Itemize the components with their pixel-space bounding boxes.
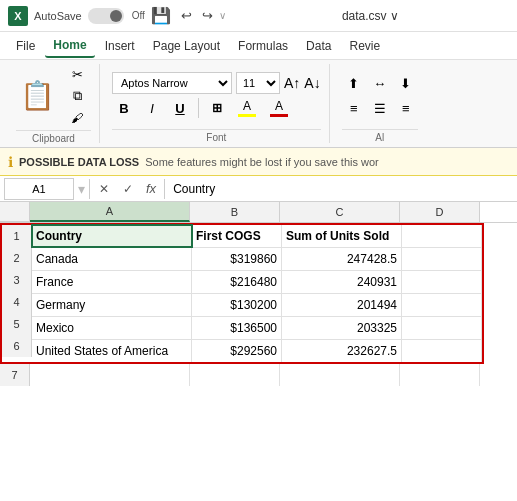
col-header-b[interactable]: B <box>190 202 280 222</box>
autosave-toggle[interactable] <box>88 8 124 24</box>
paste-button[interactable]: 📋 <box>16 78 59 114</box>
cancel-formula-button[interactable]: ✕ <box>94 179 114 199</box>
highlight-color-button[interactable]: A <box>233 97 261 119</box>
increase-font-icon[interactable]: A↑ <box>284 75 300 91</box>
cell-a7[interactable] <box>30 364 190 386</box>
align-bottom-button[interactable]: ⬇ <box>394 72 418 94</box>
formula-bar: ▾ ✕ ✓ fx <box>0 176 517 202</box>
cell-a1[interactable]: Country <box>32 225 192 247</box>
align-left-button[interactable]: ≡ <box>342 97 366 119</box>
cut-button[interactable]: ✂ <box>63 64 91 84</box>
confirm-formula-button[interactable]: ✓ <box>118 179 138 199</box>
row-header-3[interactable]: 3 <box>2 269 32 291</box>
align-middle-button[interactable]: ↔ <box>368 72 392 94</box>
cell-ref-dropdown[interactable]: ▾ <box>78 181 85 197</box>
cell-d1[interactable] <box>402 225 482 247</box>
bold-button[interactable]: B <box>112 97 136 119</box>
row-header-7[interactable]: 7 <box>0 364 30 386</box>
cell-c2[interactable]: 247428.5 <box>282 248 402 270</box>
table-row: United States of America $292560 232627.… <box>32 340 482 362</box>
cell-c1[interactable]: Sum of Units Sold <box>282 225 402 247</box>
cell-b7[interactable] <box>190 364 280 386</box>
row-header-1[interactable]: 1 <box>2 225 32 247</box>
ribbon: 📋 ✂ ⧉ 🖌 Clipboard Aptos Narrow 11 A <box>0 60 517 148</box>
toggle-text: Off <box>132 10 145 21</box>
col-header-d[interactable]: D <box>400 202 480 222</box>
menu-data[interactable]: Data <box>298 35 339 57</box>
menu-insert[interactable]: Insert <box>97 35 143 57</box>
col-header-c[interactable]: C <box>280 202 400 222</box>
align-top-button[interactable]: ⬆ <box>342 72 366 94</box>
save-icon[interactable]: 💾 <box>151 6 171 25</box>
cell-b5[interactable]: $136500 <box>192 317 282 339</box>
column-headers: A B C D <box>0 202 517 223</box>
cell-reference-input[interactable] <box>4 178 74 200</box>
cell-a3[interactable]: France <box>32 271 192 293</box>
font-controls: Aptos Narrow 11 A↑ A↓ B I U ⊞ A <box>112 72 321 119</box>
cell-d4[interactable] <box>402 294 482 316</box>
toggle-knob <box>110 10 122 22</box>
alignment-group: ⬆ ↔ ⬇ ≡ ☰ ≡ Al <box>334 64 426 143</box>
formula-input[interactable] <box>169 178 513 200</box>
table-row: France $216480 240931 <box>32 271 482 294</box>
undo-dropdown-icon[interactable]: ∨ <box>219 10 226 21</box>
cell-a6[interactable]: United States of America <box>32 340 192 362</box>
fx-label: fx <box>142 181 160 196</box>
spreadsheet: A B C D 123456 Country First COGS Sum of… <box>0 202 517 386</box>
decrease-font-icon[interactable]: A↓ <box>304 75 320 91</box>
clipboard-small-buttons: ✂ ⧉ 🖌 <box>63 64 91 128</box>
cell-b3[interactable]: $216480 <box>192 271 282 293</box>
clipboard-label: Clipboard <box>16 130 91 144</box>
cell-c3[interactable]: 240931 <box>282 271 402 293</box>
cell-b6[interactable]: $292560 <box>192 340 282 362</box>
align-center-button[interactable]: ☰ <box>368 97 392 119</box>
cell-b4[interactable]: $130200 <box>192 294 282 316</box>
menu-file[interactable]: File <box>8 35 43 57</box>
format-painter-button[interactable]: 🖌 <box>63 108 91 128</box>
row-header-5[interactable]: 5 <box>2 313 32 335</box>
align-right-button[interactable]: ≡ <box>394 97 418 119</box>
cell-b1[interactable]: First COGS <box>192 225 282 247</box>
row-headers-col: 123456 <box>2 225 32 362</box>
menu-review[interactable]: Revie <box>341 35 388 57</box>
row-header-2[interactable]: 2 <box>2 247 32 269</box>
menu-home[interactable]: Home <box>45 34 94 58</box>
menu-formulas[interactable]: Formulas <box>230 35 296 57</box>
undo-icon[interactable]: ↩ <box>181 8 192 23</box>
row-header-6[interactable]: 6 <box>2 335 32 357</box>
font-family-dropdown[interactable]: Aptos Narrow <box>112 72 232 94</box>
font-label: Font <box>112 129 321 143</box>
cell-c5[interactable]: 203325 <box>282 317 402 339</box>
cell-b2[interactable]: $319860 <box>192 248 282 270</box>
row-header-4[interactable]: 4 <box>2 291 32 313</box>
cell-a4[interactable]: Germany <box>32 294 192 316</box>
cell-d5[interactable] <box>402 317 482 339</box>
italic-button[interactable]: I <box>140 97 164 119</box>
redo-icon[interactable]: ↪ <box>202 8 213 23</box>
font-color-button[interactable]: A <box>265 97 293 119</box>
cell-a5[interactable]: Mexico <box>32 317 192 339</box>
data-columns: Country First COGS Sum of Units Sold Can… <box>32 225 482 362</box>
warning-bold-text: POSSIBLE DATA LOSS <box>19 156 139 168</box>
cell-c7[interactable] <box>280 364 400 386</box>
col-header-a[interactable]: A <box>30 202 190 222</box>
formula-bar-divider-2 <box>164 179 165 199</box>
cell-c6[interactable]: 232627.5 <box>282 340 402 362</box>
paste-icon: 📋 <box>20 82 55 110</box>
cell-d7[interactable] <box>400 364 480 386</box>
table-row: Mexico $136500 203325 <box>32 317 482 340</box>
copy-button[interactable]: ⧉ <box>63 86 91 106</box>
cell-d3[interactable] <box>402 271 482 293</box>
underline-button[interactable]: U <box>168 97 192 119</box>
cell-d6[interactable] <box>402 340 482 362</box>
cell-d2[interactable] <box>402 248 482 270</box>
cell-a2[interactable]: Canada <box>32 248 192 270</box>
menu-pagelayout[interactable]: Page Layout <box>145 35 228 57</box>
cell-c4[interactable]: 201494 <box>282 294 402 316</box>
table-row: Canada $319860 247428.5 <box>32 248 482 271</box>
menu-bar: File Home Insert Page Layout Formulas Da… <box>0 32 517 60</box>
data-table: 123456 Country First COGS Sum of Units S… <box>0 223 484 364</box>
font-size-dropdown[interactable]: 11 <box>236 72 280 94</box>
warning-icon: ℹ <box>8 154 13 170</box>
border-button[interactable]: ⊞ <box>205 97 229 119</box>
